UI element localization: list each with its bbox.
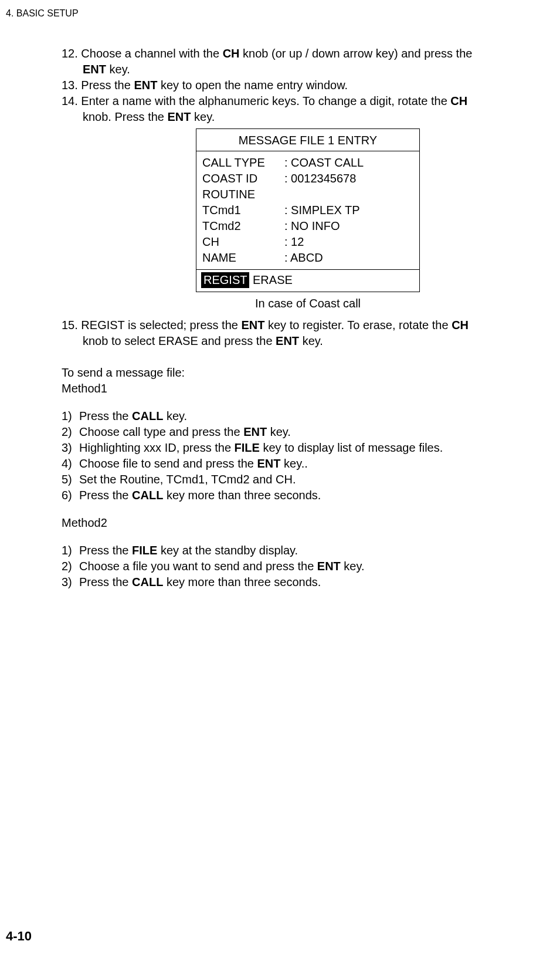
msgbox-row: COAST ID: 0012345678 xyxy=(202,171,413,187)
label: NAME xyxy=(202,250,284,266)
regist-option[interactable]: REGIST xyxy=(201,272,249,288)
num: 1) xyxy=(62,543,79,558)
text: key. xyxy=(267,425,291,438)
bold-ch: CH xyxy=(223,47,240,60)
text: key more than three seconds. xyxy=(163,489,321,502)
step-15: 15. REGIST is selected; press the ENT ke… xyxy=(62,317,554,333)
text: 15. REGIST is selected; press the xyxy=(62,319,241,331)
bold: ENT xyxy=(257,457,281,470)
bold: ENT xyxy=(317,560,341,573)
list-item: 5)Set the Routine, TCmd1, TCmd2 and CH. xyxy=(62,472,554,488)
msgbox-row: TCmd2: NO INFO xyxy=(202,218,413,234)
text: key. xyxy=(106,63,130,76)
text: Highlighting xxx ID, press the xyxy=(79,441,235,454)
text: key. xyxy=(341,560,365,573)
list-item: 2)Choose a file you want to send and pre… xyxy=(62,558,554,574)
value: : 12 xyxy=(284,234,304,250)
text: Press the xyxy=(79,544,132,557)
text: knob. Press the xyxy=(83,110,168,123)
running-header: 4. BASIC SETUP xyxy=(6,7,79,20)
list-item: 1)Press the FILE key at the standby disp… xyxy=(62,543,554,558)
text: Choose call type and press the xyxy=(79,425,243,438)
step-13: 13. Press the ENT key to open the name e… xyxy=(62,77,554,93)
num: 3) xyxy=(62,574,79,590)
text: key to open the name entry window. xyxy=(157,79,348,92)
text: 13. Press the xyxy=(62,79,134,92)
num: 1) xyxy=(62,408,79,424)
text: key more than three seconds. xyxy=(163,576,321,588)
send-intro: To send a message file: xyxy=(62,365,554,381)
step-14-cont: knob. Press the ENT key. xyxy=(83,109,554,125)
bold: CALL xyxy=(132,409,163,422)
num: 3) xyxy=(62,440,79,456)
step-12: 12. Choose a channel with the CH knob (o… xyxy=(62,46,554,62)
value: : 0012345678 xyxy=(284,171,356,187)
text: 14. Enter a name with the alphanumeric k… xyxy=(62,94,450,107)
num: 2) xyxy=(62,424,79,440)
bold-ent: ENT xyxy=(134,79,157,92)
method2-heading: Method2 xyxy=(62,515,554,531)
text: key to display list of message files. xyxy=(260,441,443,454)
text: key.. xyxy=(281,457,308,470)
text: Choose a file you want to send and press… xyxy=(79,560,317,573)
page-content: 12. Choose a channel with the CH knob (o… xyxy=(62,46,554,602)
msgbox-body: CALL TYPE: COAST CALL COAST ID: 00123456… xyxy=(196,151,419,269)
erase-option[interactable]: ERASE xyxy=(249,273,292,286)
bold: CALL xyxy=(132,489,163,502)
bold-ent: ENT xyxy=(168,110,191,123)
text: Choose file to send and press the xyxy=(79,457,257,470)
list-item: 2)Choose call type and press the ENT key… xyxy=(62,424,554,440)
msgbox-row: CALL TYPE: COAST CALL xyxy=(202,155,413,171)
label: CALL TYPE xyxy=(202,155,284,171)
msgbox-title: MESSAGE FILE 1 ENTRY xyxy=(196,129,419,151)
method1-heading: Method1 xyxy=(62,381,554,397)
list-item: 4)Choose file to send and press the ENT … xyxy=(62,456,554,472)
msgbox-caption: In case of Coast call xyxy=(62,296,554,312)
text: key to register. To erase, rotate the xyxy=(264,319,452,331)
msgbox-row: NAME: ABCD xyxy=(202,250,413,266)
text: Press the xyxy=(79,489,132,502)
bold-ch: CH xyxy=(450,94,467,107)
bold-ch: CH xyxy=(452,319,469,331)
list-item: 3)Press the CALL key more than three sec… xyxy=(62,574,554,590)
bold-ent: ENT xyxy=(276,334,299,347)
text: key at the standby display. xyxy=(157,544,298,557)
step-14: 14. Enter a name with the alphanumeric k… xyxy=(62,93,554,109)
bold: FILE xyxy=(235,441,260,454)
text: key. xyxy=(163,409,187,422)
list-item: 6)Press the CALL key more than three sec… xyxy=(62,488,554,503)
list-item: 3)Highlighting xxx ID, press the FILE ke… xyxy=(62,440,554,456)
method2-list: 1)Press the FILE key at the standby disp… xyxy=(62,543,554,590)
value: : NO INFO xyxy=(284,218,340,234)
num: 2) xyxy=(62,558,79,574)
text: Press the xyxy=(79,409,132,422)
bold-ent: ENT xyxy=(83,63,106,76)
num: 5) xyxy=(62,472,79,488)
label: ROUTINE xyxy=(202,187,284,202)
msgbox-row: TCmd1: SIMPLEX TP xyxy=(202,202,413,218)
bold: ENT xyxy=(243,425,267,438)
step-15-cont: knob to select ERASE and press the ENT k… xyxy=(83,333,554,349)
message-file-entry-box: MESSAGE FILE 1 ENTRY CALL TYPE: COAST CA… xyxy=(196,128,420,292)
text: knob to select ERASE and press the xyxy=(83,334,276,347)
label: CH xyxy=(202,234,284,250)
num: 6) xyxy=(62,488,79,503)
msgbox-row: CH: 12 xyxy=(202,234,413,250)
text: Set the Routine, TCmd1, TCmd2 and CH. xyxy=(79,473,296,486)
bold: FILE xyxy=(132,544,157,557)
text: Press the xyxy=(79,576,132,588)
text: 12. Choose a channel with the xyxy=(62,47,223,60)
num: 4) xyxy=(62,456,79,472)
bold-ent: ENT xyxy=(241,319,264,331)
msgbox-footer: REGIST ERASE xyxy=(196,269,419,292)
label: COAST ID xyxy=(202,171,284,187)
value: : ABCD xyxy=(284,250,323,266)
text: knob (or up / down arrow key) and press … xyxy=(240,47,473,60)
text: key. xyxy=(299,334,323,347)
list-item: 1)Press the CALL key. xyxy=(62,408,554,424)
method1-list: 1)Press the CALL key. 2)Choose call type… xyxy=(62,408,554,503)
label: TCmd2 xyxy=(202,218,284,234)
page-number: 4-10 xyxy=(6,927,32,945)
msgbox-row: ROUTINE xyxy=(202,187,413,202)
step-12-cont: ENT key. xyxy=(83,62,554,77)
